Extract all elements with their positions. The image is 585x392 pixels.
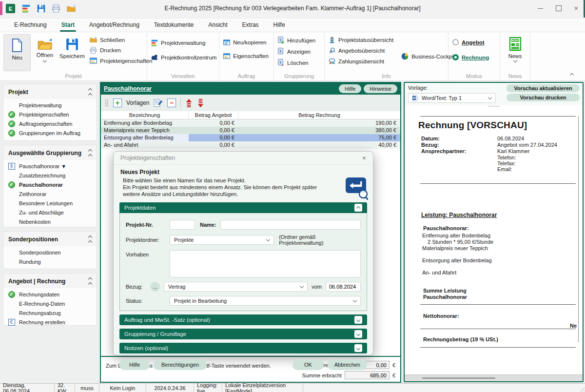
- table-row-selected[interactable]: Entsorgung alter Bodenbelag 0,00 € 75,00…: [101, 134, 400, 141]
- sidebar-item-projektverwaltung[interactable]: Projektverwaltung: [3, 101, 97, 110]
- sidebar-item-besondere-leistungen[interactable]: Besondere Leistungen: [3, 199, 97, 208]
- vertical-scrollbar[interactable]: [578, 116, 579, 342]
- sidebar-item-pauschalhonorar[interactable]: ✓Pauschalhonorar: [3, 180, 97, 190]
- splitter-handle-icon[interactable]: [488, 106, 499, 107]
- column-header-betrag-rechnung[interactable]: Betrag Rechnung: [238, 111, 400, 119]
- remove-row-button[interactable]: −: [167, 98, 176, 107]
- berechtigungen-button[interactable]: Berechtigungen: [154, 359, 207, 370]
- sidebar-item-auftragseigenschaften[interactable]: ✓Auftragseigenschaften: [3, 119, 97, 129]
- add-row-button[interactable]: +: [113, 98, 122, 107]
- vom-date-input[interactable]: [326, 282, 361, 292]
- sidebar-item-nebenkosten[interactable]: Nebenkosten: [3, 217, 97, 227]
- sidebar-item-pauschalhonorar-dropdown[interactable]: §Pauschalhonorar ▼: [3, 162, 97, 171]
- tab-e-rechnung[interactable]: E-Rechnung: [7, 19, 54, 32]
- close-icon[interactable]: ×: [574, 5, 578, 12]
- horizontal-scrollbar[interactable]: [405, 374, 583, 381]
- drag-handle-icon[interactable]: [105, 99, 109, 107]
- cell-betrag-angebot[interactable]: 0,00 €: [189, 141, 238, 149]
- column-header-bezeichnung[interactable]: Bezeichnung: [101, 111, 189, 119]
- sidebar-item-projekteigenschaften[interactable]: ✓Projekteigenschaften: [3, 110, 97, 119]
- cell-betrag-angebot[interactable]: 0,00 €: [189, 119, 238, 127]
- sidebar-item-rechnung-erstellen[interactable]: €Rechnung erstellen: [3, 318, 97, 327]
- table-row[interactable]: An- und Afahrt 0,00 € 40,00 €: [101, 141, 400, 149]
- cell-betrag-rechnung[interactable]: 190,00 €: [238, 119, 400, 127]
- table-row[interactable]: Entfernung alter Bodenbelag 0,00 € 190,0…: [101, 119, 400, 127]
- neu-button[interactable]: Neu: [3, 34, 31, 71]
- projektordner-select[interactable]: Projekte: [170, 235, 274, 245]
- expand-section-button[interactable]: [354, 330, 362, 338]
- hinzufuegen-button[interactable]: §+ Hinzufügen: [278, 37, 315, 44]
- status-select[interactable]: Projekt in Bearbeitung: [170, 296, 361, 306]
- loeschen-button[interactable]: §x Löschen: [278, 59, 315, 66]
- expand-section-button[interactable]: [354, 344, 362, 352]
- sidebar-item-rechnungsabzug[interactable]: Rechnungsabzug: [3, 309, 97, 318]
- section-notizen-bar[interactable]: Notizen (optional): [119, 343, 367, 353]
- page-title[interactable]: Pauschalhonorar: [104, 85, 152, 92]
- sidebar-header[interactable]: Ausgewählte Gruppierung: [3, 145, 97, 160]
- section-projektdaten-bar[interactable]: Projektdaten: [119, 202, 367, 213]
- sidebar-item-e-rechnung-daten[interactable]: E-Rechnung-Daten: [3, 299, 97, 309]
- drucken-button[interactable]: Drucken: [90, 47, 152, 54]
- zahlungsuebersicht-button[interactable]: Zahlungsübersicht: [329, 58, 393, 65]
- projektverwaltung-button[interactable]: Projektverwaltung: [151, 39, 216, 46]
- ok-button[interactable]: OK: [292, 359, 324, 370]
- tab-angebot-rechnung[interactable]: Angebot/Rechnung: [82, 19, 147, 32]
- abbrechen-button[interactable]: Abbrechen: [328, 359, 367, 370]
- section-gruppierung-grundlage-bar[interactable]: Gruppierung / Grundlage: [119, 329, 367, 339]
- projekteigenschaften-button[interactable]: Projekteigenschaften: [90, 58, 152, 64]
- cell-bezeichnung[interactable]: Materialpreis neuer Teppich: [101, 127, 189, 134]
- tab-ansicht[interactable]: Ansicht: [201, 19, 234, 32]
- modus-rechnung-radio[interactable]: Rechnung: [452, 54, 489, 60]
- eigenschaften-button[interactable]: Eigenschaften: [223, 53, 269, 59]
- cell-bezeichnung[interactable]: Entsorgung alter Bodenbelag: [101, 134, 189, 141]
- speichern-button[interactable]: Speichern: [59, 34, 85, 70]
- sidebar-item-zeithonorar[interactable]: Zeithonorar: [3, 190, 97, 199]
- projekt-nr-input[interactable]: [170, 220, 195, 230]
- scrollbar-thumb[interactable]: [422, 377, 495, 379]
- angebotsuebersicht-button[interactable]: A Angebotsübersicht: [329, 47, 393, 54]
- dialog-close-icon[interactable]: ×: [362, 154, 366, 162]
- move-down-icon[interactable]: [197, 99, 204, 107]
- neu-kopieren-button[interactable]: Neu/kopieren: [223, 39, 269, 45]
- tab-start[interactable]: Start: [54, 19, 82, 32]
- collapse-section-button[interactable]: [354, 204, 362, 212]
- sidebar-item-zu-und-abschlaege[interactable]: Zu- und Abschläge: [3, 208, 97, 217]
- tab-hilfe[interactable]: Hilfe: [266, 19, 292, 32]
- bezug-select[interactable]: Vertrag: [164, 282, 308, 292]
- edit-icon[interactable]: [154, 98, 163, 107]
- sidebar-item-sonderpositionen[interactable]: Sonderpositionen: [3, 248, 97, 257]
- bezug-more-button[interactable]: ...: [150, 282, 160, 292]
- vorschau-drucken-button[interactable]: Vorschau drucken: [507, 94, 580, 101]
- cell-betrag-angebot[interactable]: 0,00 €: [189, 134, 238, 141]
- table-row[interactable]: Materialpreis neuer Teppich 0,00 € 380,0…: [101, 127, 400, 134]
- maximize-icon[interactable]: [556, 5, 562, 11]
- sidebar-item-gruppierungen-im-auftrag[interactable]: ✓Gruppierungen im Auftrag: [3, 129, 97, 138]
- cell-betrag-rechnung[interactable]: 380,00 €: [238, 127, 400, 134]
- sidebar-item-rechnungsdaten[interactable]: ✓Rechnungsdaten: [3, 290, 97, 299]
- cell-bezeichnung[interactable]: An- und Afahrt: [101, 141, 189, 149]
- move-up-icon[interactable]: [185, 99, 193, 107]
- section-auftrag-mwst-bar[interactable]: Auftrag und MwSt. -Satz (optional): [119, 314, 367, 325]
- minimize-icon[interactable]: [538, 8, 543, 9]
- business-cockpit-button[interactable]: Business-Cockpit: [401, 53, 455, 60]
- sidebar-header[interactable]: Angebot | Rechnung: [3, 274, 97, 288]
- cell-betrag-rechnung[interactable]: 40,00 €: [238, 141, 400, 149]
- cell-bezeichnung[interactable]: Entfernung alter Bodenbelag: [101, 119, 189, 127]
- modus-angebot-radio[interactable]: Angebot: [452, 39, 489, 45]
- tab-textdokumente[interactable]: Textdokumente: [147, 19, 201, 32]
- sidebar-header[interactable]: Projekt: [3, 84, 97, 99]
- sidebar-item-zusatzbezeichnung[interactable]: Zusatzbezeichnung: [3, 171, 97, 180]
- vorschau-aktualisieren-button[interactable]: Vorschau aktualisieren: [507, 84, 580, 92]
- cell-betrag-angebot[interactable]: 0,00 €: [189, 127, 238, 134]
- projektkontrollzentrum-button[interactable]: Projektkontrollzentrum: [151, 54, 216, 61]
- sidebar-item-rundung[interactable]: Rundung: [3, 257, 97, 267]
- projektstatusuebersicht-button[interactable]: Projektstatusübersicht: [329, 37, 393, 43]
- hilfe-button[interactable]: Hilfe: [339, 84, 361, 93]
- template-select[interactable]: W Word/Text: Typ 1: [408, 93, 496, 103]
- sidebar-header[interactable]: Sonderpositionen: [3, 232, 97, 246]
- schliessen-button[interactable]: Schließen: [90, 37, 152, 43]
- summe-erbracht-field[interactable]: [345, 371, 390, 379]
- cell-betrag-rechnung[interactable]: 75,00 €: [238, 134, 400, 141]
- vorlagen-label[interactable]: Vorlagen: [126, 99, 149, 106]
- column-header-betrag-angebot[interactable]: Betrag Angebot: [189, 111, 238, 119]
